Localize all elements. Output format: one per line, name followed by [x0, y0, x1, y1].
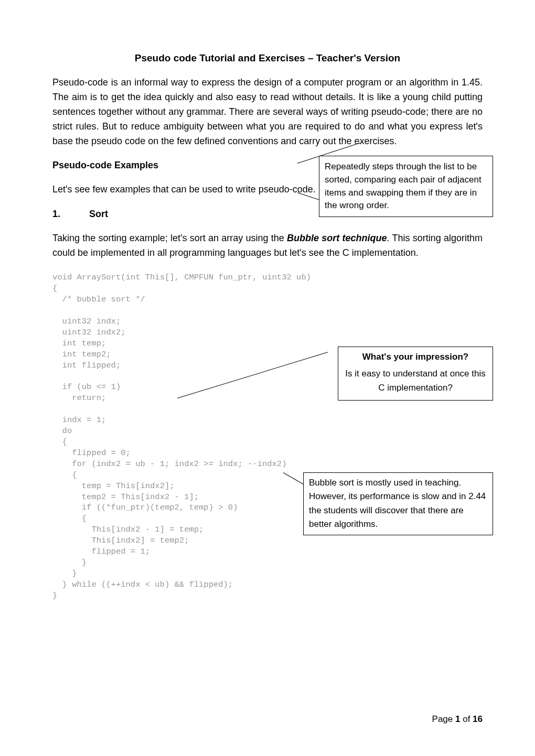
examples-heading: Pseudo-code Examples [52, 160, 341, 171]
callout-bubble-definition: Repeatedly steps through the list to be … [319, 156, 493, 217]
footer-page-total: 16 [473, 714, 483, 724]
examples-lead: Let's see few examples that can be used … [52, 182, 341, 197]
impression-heading: What's your impression? [343, 350, 488, 364]
section-label: Sort [89, 209, 108, 219]
footer-pre: Page [432, 714, 455, 724]
page: Pseudo code Tutorial and Exercises – Tea… [0, 0, 535, 756]
examples-row: Pseudo-code Examples Let's see few examp… [52, 160, 483, 220]
sort-para-pre: Taking the sorting example; let's sort a… [52, 233, 287, 243]
page-title: Pseudo code Tutorial and Exercises – Tea… [52, 52, 483, 64]
section-heading: 1.Sort [52, 209, 341, 220]
footer-mid: of [460, 714, 473, 724]
impression-body: Is it easy to understand at once this C … [345, 369, 485, 392]
sort-paragraph: Taking the sorting example; let's sort a… [52, 231, 483, 261]
examples-left: Pseudo-code Examples Let's see few examp… [52, 160, 341, 220]
section-number: 1. [52, 209, 89, 220]
sort-para-term: Bubble sort technique [287, 233, 387, 243]
page-footer: Page 1 of 16 [432, 714, 483, 725]
code-block: void ArraySort(int This[], CMPFUN fun_pt… [52, 272, 483, 601]
callout-impression: What's your impression? Is it easy to un… [338, 347, 493, 401]
intro-paragraph: Pseudo-code is an informal way to expres… [52, 75, 483, 148]
code-region: void ArraySort(int This[], CMPFUN fun_pt… [52, 272, 483, 601]
callout-bubble-note: Bubble sort is mostly used in teaching. … [303, 472, 493, 535]
